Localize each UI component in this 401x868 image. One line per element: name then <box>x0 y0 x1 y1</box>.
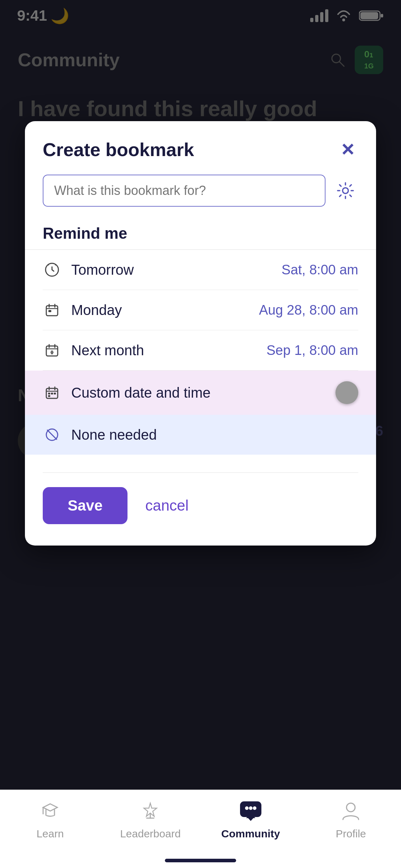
remind-options: Tomorrow Sat, 8:00 am Monday Aug 28, 8 <box>43 250 358 455</box>
close-button[interactable]: ✕ <box>337 139 358 160</box>
svg-rect-14 <box>48 310 51 312</box>
modal-header: Create bookmark ✕ <box>43 139 358 160</box>
nav-item-profile[interactable]: Profile <box>301 799 401 840</box>
search-row <box>43 175 358 207</box>
nextmonth-icon <box>43 341 61 360</box>
learn-label: Learn <box>36 828 64 840</box>
nav-item-learn[interactable]: Learn <box>0 799 100 840</box>
monday-label: Monday <box>71 302 122 318</box>
none-icon <box>43 425 61 444</box>
bookmark-search-input[interactable] <box>54 183 314 198</box>
settings-icon-button[interactable] <box>333 178 358 203</box>
remind-option-monday[interactable]: Monday Aug 28, 8:00 am <box>43 290 358 330</box>
monday-date: Aug 28, 8:00 am <box>259 303 358 318</box>
remind-option-nextmonth[interactable]: Next month Sep 1, 8:00 am <box>43 330 358 371</box>
tomorrow-date: Sat, 8:00 am <box>282 262 358 278</box>
leaderboard-icon <box>138 799 163 823</box>
option-nextmonth-left: Next month <box>43 341 144 360</box>
svg-point-34 <box>245 806 249 810</box>
svg-rect-26 <box>51 393 53 394</box>
learn-icon <box>38 799 63 823</box>
option-none-left: None needed <box>43 425 157 444</box>
gear-icon <box>335 181 355 201</box>
community-label: Community <box>221 828 280 840</box>
profile-label: Profile <box>336 828 366 840</box>
home-indicator <box>165 859 236 862</box>
profile-icon <box>338 799 363 823</box>
svg-rect-10 <box>46 306 58 316</box>
option-custom-left: Custom date and time <box>43 383 210 402</box>
nextmonth-date: Sep 1, 8:00 am <box>266 343 358 358</box>
bottom-nav: Learn Leaderboard Community <box>0 790 401 868</box>
nextmonth-label: Next month <box>71 342 144 358</box>
svg-point-36 <box>253 806 256 810</box>
community-icon <box>238 799 263 823</box>
none-label: None needed <box>71 427 157 443</box>
modal-title: Create bookmark <box>43 139 194 160</box>
save-button[interactable]: Save <box>43 487 127 524</box>
bookmark-search-container <box>43 175 326 207</box>
remind-section-label: Remind me <box>43 224 358 242</box>
nav-item-leaderboard[interactable]: Leaderboard <box>100 799 201 840</box>
svg-rect-27 <box>54 393 56 394</box>
bookmark-modal: Create bookmark ✕ Remind me <box>25 121 376 546</box>
tomorrow-label: Tomorrow <box>71 262 134 278</box>
nav-item-community[interactable]: Community <box>200 799 301 840</box>
cancel-button[interactable]: cancel <box>145 497 188 514</box>
monday-icon <box>43 301 61 319</box>
svg-point-8 <box>343 188 348 193</box>
option-monday-left: Monday <box>43 301 122 319</box>
svg-point-37 <box>347 803 355 812</box>
modal-footer: Save cancel <box>43 472 358 524</box>
svg-rect-25 <box>48 393 50 394</box>
custom-label: Custom date and time <box>71 385 210 401</box>
svg-rect-28 <box>48 395 50 397</box>
tomorrow-icon <box>43 260 61 279</box>
option-tomorrow-left: Tomorrow <box>43 260 134 279</box>
remind-option-custom[interactable]: Custom date and time <box>25 371 376 415</box>
remind-option-none[interactable]: None needed <box>25 415 376 455</box>
remind-option-tomorrow[interactable]: Tomorrow Sat, 8:00 am <box>43 250 358 290</box>
svg-marker-33 <box>247 817 255 821</box>
svg-line-30 <box>47 430 57 439</box>
svg-point-35 <box>249 806 252 810</box>
leaderboard-label: Leaderboard <box>120 828 181 840</box>
custom-icon <box>43 383 61 402</box>
toggle-ball <box>335 381 358 404</box>
